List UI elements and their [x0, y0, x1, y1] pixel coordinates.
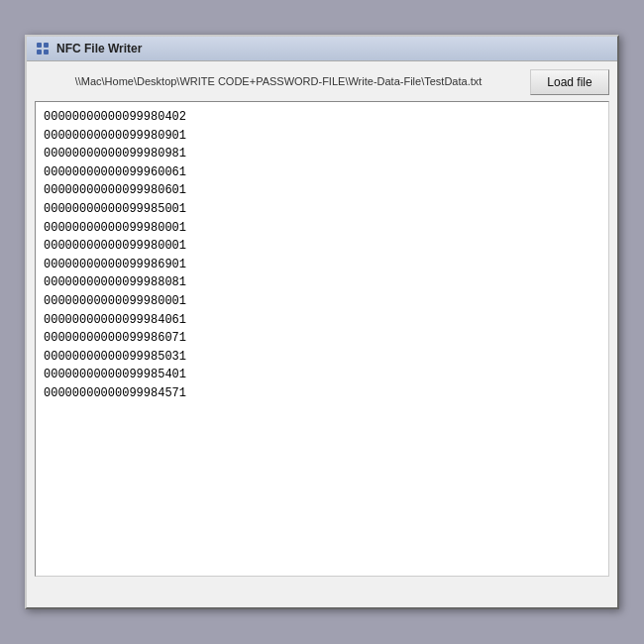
- content-area: \\Mac\Home\Desktop\WRITE CODE+PASSWORD-F…: [27, 61, 617, 585]
- data-line: 00000000000099980001: [44, 219, 600, 238]
- data-line: 00000000000099980001: [44, 237, 600, 256]
- data-line: 00000000000099988081: [44, 273, 600, 292]
- data-line: 00000000000099980901: [44, 127, 600, 146]
- file-path-row: \\Mac\Home\Desktop\WRITE CODE+PASSWORD-F…: [35, 69, 609, 95]
- data-line: 00000000000099980402: [44, 108, 600, 127]
- svg-rect-1: [44, 43, 49, 48]
- app-icon: [35, 41, 51, 56]
- data-line: 00000000000099984061: [44, 311, 600, 330]
- data-display: 0000000000009998040200000000000099980901…: [35, 101, 609, 577]
- data-line: 00000000000099985401: [44, 366, 600, 384]
- svg-rect-3: [44, 50, 49, 54]
- title-bar: NFC File Writer: [27, 37, 617, 61]
- data-line: 00000000000099980981: [44, 145, 600, 163]
- data-line: 00000000000099986071: [44, 329, 600, 348]
- load-file-button[interactable]: Load file: [530, 69, 609, 95]
- data-line: 00000000000099960061: [44, 163, 600, 182]
- data-line: 00000000000099985001: [44, 200, 600, 219]
- svg-rect-0: [37, 43, 42, 48]
- main-window: NFC File Writer \\Mac\Home\Desktop\WRITE…: [25, 35, 619, 609]
- data-line: 00000000000099986901: [44, 256, 600, 274]
- data-line: 00000000000099985031: [44, 348, 600, 367]
- data-line: 00000000000099984571: [44, 384, 600, 403]
- data-line: 00000000000099980601: [44, 181, 600, 200]
- file-path: \\Mac\Home\Desktop\WRITE CODE+PASSWORD-F…: [35, 74, 522, 89]
- data-line: 00000000000099980001: [44, 292, 600, 311]
- window-title: NFC File Writer: [56, 42, 609, 55]
- svg-rect-2: [37, 50, 42, 54]
